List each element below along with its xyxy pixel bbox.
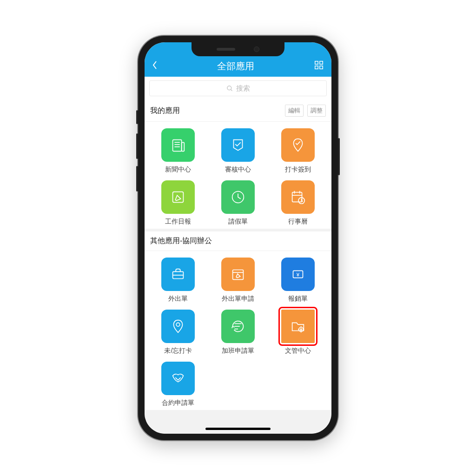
app-label: 加班申請單 [222, 347, 254, 355]
layout-grid-button[interactable] [314, 60, 324, 73]
app-document-center[interactable]: 文管中心 [268, 310, 328, 355]
grid-other: 外出單 外出單申請 ¥ 報銷單 未/忘打卡 加班申請單 [145, 251, 331, 410]
app-work-report[interactable]: 工作日報 [148, 180, 208, 226]
app-review-center[interactable]: 審核中心 [208, 128, 268, 174]
folder-gear-icon [281, 310, 315, 343]
app-calendar[interactable]: 行事曆 [268, 180, 328, 226]
app-leave-form[interactable]: 請假單 [208, 180, 268, 226]
app-contract-apply[interactable]: 合約申請單 [148, 362, 208, 407]
app-label: 審核中心 [225, 165, 251, 174]
svg-rect-7 [182, 142, 185, 151]
back-button[interactable] [152, 60, 158, 72]
app-checkin[interactable]: 打卡簽到 [268, 128, 328, 174]
volume-down [136, 166, 138, 192]
screen: 全部應用 搜索 我的應用 編輯 調整 [145, 42, 331, 434]
svg-rect-13 [292, 192, 302, 202]
app-label: 工作日報 [165, 218, 191, 226]
app-label: 文管中心 [285, 347, 311, 355]
edit-note-icon [161, 180, 195, 214]
check-shield-icon [221, 128, 255, 162]
app-news-center[interactable]: 新聞中心 [148, 128, 208, 174]
app-label: 請假單 [228, 218, 248, 226]
phone-frame: 全部應用 搜索 我的應用 編輯 調整 [138, 36, 338, 440]
page-title: 全部應用 [158, 60, 314, 73]
grid-mine: 新聞中心 審核中心 打卡簽到 工作日報 請假單 [145, 122, 331, 229]
history-icon [221, 310, 255, 343]
yen-receipt-icon: ¥ [281, 258, 315, 291]
app-outgoing-form[interactable]: 外出單 [148, 258, 208, 303]
app-label: 合約申請單 [162, 399, 194, 407]
handshake-icon [161, 362, 195, 395]
svg-point-24 [177, 323, 180, 326]
search-bar: 搜索 [145, 77, 331, 100]
app-outgoing-apply[interactable]: 外出單申請 [208, 258, 268, 303]
calendar-clock-icon [281, 180, 315, 214]
svg-point-29 [300, 329, 302, 330]
app-missed-checkin[interactable]: 未/忘打卡 [148, 310, 208, 355]
app-label: 新聞中心 [165, 165, 191, 174]
section-title-mine: 我的應用 [150, 106, 180, 116]
app-overtime-apply[interactable]: 加班申請單 [208, 310, 268, 355]
search-icon [226, 85, 233, 92]
svg-point-4 [227, 86, 231, 90]
adjust-button[interactable]: 調整 [307, 105, 326, 117]
app-label: 行事曆 [288, 218, 308, 226]
section-head-mine: 我的應用 編輯 調整 [145, 100, 331, 122]
search-input[interactable]: 搜索 [149, 80, 327, 96]
search-placeholder: 搜索 [236, 84, 250, 93]
edit-button[interactable]: 編輯 [285, 105, 304, 117]
clock-icon [221, 180, 255, 214]
svg-rect-0 [315, 61, 318, 64]
home-indicator[interactable] [205, 428, 271, 430]
location-pin-icon [161, 310, 195, 343]
app-expense-form[interactable]: ¥ 報銷單 [268, 258, 328, 303]
app-label: 外出單申請 [222, 295, 254, 303]
svg-text:¥: ¥ [296, 272, 299, 278]
location-check-icon [281, 128, 315, 162]
volume-up [136, 133, 138, 159]
svg-rect-3 [320, 66, 323, 68]
section-head-other: 其他應用-協同辦公 [145, 231, 331, 251]
briefcase-icon [161, 258, 195, 291]
section-title-other: 其他應用-協同辦公 [150, 236, 212, 246]
app-label: 打卡簽到 [285, 165, 311, 174]
newspaper-icon [161, 128, 195, 162]
content: 我的應用 編輯 調整 新聞中心 審核中心 打卡簽到 [145, 100, 331, 434]
app-label: 未/忘打卡 [164, 347, 192, 355]
app-label: 報銷單 [288, 295, 308, 303]
section-actions: 編輯 調整 [283, 105, 326, 117]
calendar-edit-icon [221, 258, 255, 291]
svg-line-5 [231, 89, 232, 91]
mute-switch [136, 110, 138, 124]
power-button [338, 138, 340, 175]
svg-rect-1 [320, 61, 323, 64]
app-label: 外出單 [168, 295, 188, 303]
svg-rect-11 [173, 192, 184, 203]
svg-rect-2 [315, 66, 318, 68]
notch [192, 42, 284, 56]
svg-rect-6 [173, 140, 182, 152]
